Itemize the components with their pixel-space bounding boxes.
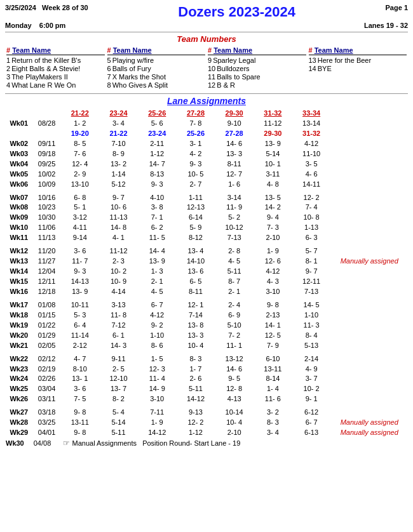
list-item: 8Who Gives A Split (107, 81, 206, 89)
table-row: Wk18 01/15 5- 3 11- 8 4-12 7-14 6- 9 2-1… (5, 310, 408, 321)
col-23-24: 23-24 (99, 109, 138, 119)
table-row: Wk05 10/02 2- 9 1-14 8-13 10- 5 12- 7 3-… (5, 170, 408, 180)
list-item: 9Sparley Legal (208, 57, 306, 64)
day: Monday (5, 22, 32, 29)
table-row: Wk14 12/04 9- 3 10- 2 1- 3 13- 6 5-11 4-… (5, 267, 408, 277)
hash-3: # (208, 46, 212, 54)
header-top: 3/25/2024 Week 28 of 30 Dozers 2023-2024… (5, 4, 408, 20)
col-label-2: Team Name (113, 46, 152, 54)
col-date (33, 109, 61, 119)
table-row: Wk03 09/18 7- 6 8- 9 1-12 4- 2 13- 3 5-1… (5, 149, 408, 159)
col-wk (5, 109, 33, 119)
hash-4: # (309, 46, 313, 54)
col-label-4: Team Name (315, 46, 353, 54)
table-row: Wk12 11/20 3- 6 11-12 14- 4 13- 4 2- 8 1… (5, 246, 408, 256)
hash-1: # (6, 46, 10, 54)
header-date-week: 3/25/2024 Week 28 of 30 (5, 4, 88, 11)
team-col-1: # Team Name 1Return of the Killer B's 2E… (5, 46, 106, 90)
team-col-4: # Team Name 13Here for the Beer 14BYE (308, 46, 409, 90)
lane-assignments-title: Lane Assignments (5, 96, 408, 106)
list-item: 3The PlayMakers II (6, 73, 105, 81)
table-row: Wk10 11/06 4-11 14- 8 6- 2 5- 9 10-12 7-… (5, 223, 408, 233)
table-row: Wk11 11/13 9-14 4- 1 11- 5 8-12 7-13 2-1… (5, 233, 408, 243)
time: 6:00 pm (39, 22, 66, 29)
header-lanes: Lanes 19 - 32 (364, 22, 408, 29)
list-item: 14BYE (309, 65, 407, 72)
list-item: 7X Marks the Shot (107, 73, 206, 81)
teams-divider (5, 93, 408, 94)
table-row: Wk29 04/01 9- 8 5-11 14-12 1-12 2-10 3- … (5, 428, 408, 438)
header-day-time: Monday 6:00 pm (5, 22, 65, 29)
table-row: Wk23 02/19 8-10 2- 5 12- 3 1- 7 14- 6 13… (5, 364, 408, 375)
header-divider (5, 32, 408, 32)
col-29-30: 29-30 (215, 109, 254, 119)
table-row: Wk13 11/27 11- 7 2- 3 13- 9 14-10 4- 5 1… (5, 256, 408, 267)
table-row: Wk30 04/08 ☞ Manual Assignments Position… (5, 438, 408, 449)
manually-assigned-label: Manually assigned (330, 256, 408, 267)
table-row: Wk04 09/25 12- 4 13- 2 14- 7 9- 3 8-11 1… (5, 159, 408, 170)
col-label-3: Team Name (213, 46, 252, 54)
lane-header-row: 21-22 23-24 25-26 27-28 29-30 31-32 33-3… (5, 109, 408, 119)
manually-assigned-label: Manually assigned (330, 428, 408, 438)
col-label-1: Team Name (12, 46, 51, 54)
wk-date: 08/28 (33, 119, 61, 129)
team-numbers-title: Team Numbers (5, 34, 408, 44)
team-col-header-3: # Team Name (208, 46, 306, 55)
col-27-28: 27-28 (177, 109, 215, 119)
hand-icon: ☞ (63, 439, 70, 448)
lane-assignments-section: Lane Assignments 21-22 23-24 25-26 27-28… (5, 96, 408, 449)
date: 3/25/2024 (5, 4, 36, 11)
table-row: Wk09 10/30 3-12 11-13 7- 1 6-14 5- 2 9- … (5, 213, 408, 223)
col-21-22: 21-22 (60, 109, 99, 119)
team-col-header-2: # Team Name (107, 46, 206, 55)
table-row: Wk24 02/26 13- 1 12-10 11- 4 2- 6 9- 5 8… (5, 374, 408, 384)
table-row: Wk01 08/28 1- 2 3- 4 5- 6 7- 8 9-10 11-1… (5, 119, 408, 129)
header-left-block: 3/25/2024 Week 28 of 30 (5, 4, 88, 11)
table-row: Wk16 12/18 13- 9 4-14 4- 5 8-11 2- 1 3-1… (5, 287, 408, 297)
list-item: 4What Lane R We On (6, 81, 105, 89)
list-item: 12B & R (208, 81, 306, 89)
week: Week 28 of 30 (42, 4, 88, 11)
team-col-header-1: # Team Name (6, 46, 105, 55)
wk-label: Wk01 (5, 119, 33, 129)
list-item: 2Eight Balls & A Stevie! (6, 65, 105, 72)
teams-table: # Team Name 1Return of the Killer B's 2E… (5, 46, 408, 90)
table-row: Wk25 03/04 3- 6 13- 7 14- 9 5-11 12- 8 1… (5, 384, 408, 394)
list-item: 5Playing w/fire (107, 57, 206, 64)
col-25-26: 25-26 (138, 109, 177, 119)
table-row: Wk19 01/22 6- 4 7-12 9- 2 13- 8 5-10 14-… (5, 321, 408, 331)
col-note (330, 109, 408, 119)
team-numbers-section: Team Numbers # Team Name 1Return of the … (5, 34, 408, 90)
list-item: 11Balls to Spare (208, 73, 306, 81)
team-col-3: # Team Name 9Sparley Legal 10Bulldozers … (207, 46, 308, 90)
list-item: 13Here for the Beer (309, 57, 407, 64)
hash-2: # (107, 46, 111, 54)
team-col-2: # Team Name 5Playing w/fire 6Balls of Fu… (106, 46, 207, 90)
table-row: Wk06 10/09 13-10 5-12 9- 3 2- 7 1- 6 4- … (5, 180, 408, 190)
table-row: Wk15 12/11 14-13 10- 9 2- 1 6- 5 8- 7 4-… (5, 277, 408, 287)
list-item: 6Balls of Fury (107, 65, 206, 72)
col-31-32: 31-32 (254, 109, 292, 119)
table-row: Wk28 03/25 13-11 5-14 1- 9 12- 2 10- 4 8… (5, 418, 408, 428)
header-page: Page 1 (386, 4, 408, 11)
table-row: Wk27 03/18 9- 8 5- 4 7-11 9-13 10-14 3- … (5, 408, 408, 418)
table-row: Wk26 03/11 7- 5 8- 2 3-10 14-12 4-13 11-… (5, 394, 408, 404)
table-row: Wk22 02/12 4- 7 9-11 1- 5 8- 3 13-12 6-1… (5, 354, 408, 364)
list-item: 1Return of the Killer B's (6, 57, 105, 64)
lane-table: 21-22 23-24 25-26 27-28 29-30 31-32 33-3… (5, 109, 408, 449)
table-row: Wk08 10/23 5- 1 10- 6 3- 8 12-13 11- 9 1… (5, 203, 408, 213)
list-item: 10Bulldozers (208, 65, 306, 72)
wk30-note: Manual Assignments Position Round- Start… (72, 439, 241, 447)
table-row: Wk17 01/08 10-11 3-13 6- 7 12- 1 2- 4 9-… (5, 300, 408, 310)
table-row: Wk02 09/11 8- 5 7-10 2-11 3- 1 14- 6 13-… (5, 139, 408, 149)
table-row: Wk07 10/16 6- 8 9- 7 4-10 1-11 3-14 13- … (5, 193, 408, 203)
manually-assigned-label: Manually assigned (330, 418, 408, 428)
table-row: Wk21 02/05 2-12 14- 3 8- 6 10- 4 11- 1 7… (5, 341, 408, 351)
table-row: 19-20 21-22 23-24 25-26 27-28 29-30 31-3… (5, 129, 408, 139)
header-sub: Monday 6:00 pm Lanes 19 - 32 (5, 22, 408, 29)
col-33-34: 33-34 (292, 109, 331, 119)
teams-row: # Team Name 1Return of the Killer B's 2E… (5, 46, 408, 90)
table-row: Wk20 01/29 11-14 6- 1 1-10 13- 3 7- 2 12… (5, 331, 408, 341)
team-col-header-4: # Team Name (309, 46, 407, 55)
header-title: Dozers 2023-2024 (88, 4, 386, 20)
